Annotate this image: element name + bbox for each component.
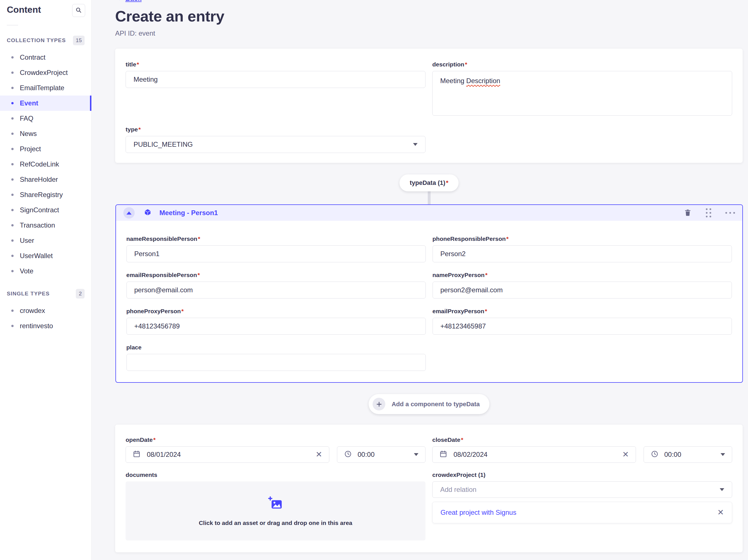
required-asterisk: * (465, 61, 467, 68)
phone-proxy-person-field: phoneProxyPerson* +48123456789 (126, 308, 426, 335)
sidebar-divider (7, 25, 18, 25)
required-asterisk: * (485, 272, 487, 278)
sidebar-item-signcontract[interactable]: SignContract (0, 202, 91, 218)
title-field: title* Meeting (125, 61, 425, 116)
component-body: nameResponsiblePerson* Person1 phoneResp… (116, 221, 742, 382)
add-asset-icon (267, 496, 283, 513)
sidebar-item-vote[interactable]: Vote (0, 264, 91, 279)
name-proxy-person-field: nameProxyPerson* person2@email.com (433, 272, 732, 298)
sidebar-item-project[interactable]: Project (0, 141, 91, 156)
sidebar-item-crowdex[interactable]: crowdex (0, 303, 91, 318)
more-options-button[interactable] (725, 212, 735, 214)
place-field: place (126, 344, 426, 371)
add-relation-select[interactable]: Add relation (432, 481, 732, 498)
drag-dots-icon (706, 208, 711, 217)
bullet-icon (11, 178, 14, 180)
bullet-icon (11, 117, 14, 120)
search-icon (75, 7, 82, 14)
sidebar-title: Content (7, 4, 41, 15)
sidebar-item-rentinvesto[interactable]: rentinvesto (0, 318, 91, 334)
email-proxy-person-field: emailProxyPerson* +48123465987 (433, 308, 732, 335)
bullet-icon (11, 148, 14, 150)
single-types-list: crowdex rentinvesto (0, 303, 91, 334)
phone-responsible-person-input[interactable]: Person2 (433, 245, 732, 262)
back-arrow-icon (115, 0, 122, 3)
sidebar-item-transaction[interactable]: Transaction (0, 218, 91, 233)
bullet-icon (11, 209, 14, 211)
bullet-icon (11, 102, 14, 104)
asset-dropzone[interactable]: Click to add an asset or drag and drop o… (125, 481, 425, 540)
required-asterisk: * (197, 272, 200, 278)
chevron-down-icon (414, 453, 418, 456)
open-date-input[interactable]: 08/01/2024 ✕ (125, 446, 329, 463)
sidebar-item-event[interactable]: Event (0, 96, 91, 111)
required-asterisk: * (138, 126, 141, 133)
drag-handle[interactable] (706, 208, 711, 217)
email-responsible-person-field: emailResponsiblePerson* person@email.com (126, 272, 426, 298)
place-input[interactable] (126, 354, 426, 371)
name-responsible-person-input[interactable]: Person1 (126, 245, 426, 262)
collection-types-count-badge: 15 (73, 35, 85, 45)
sidebar-item-userwallet[interactable]: UserWallet (0, 248, 91, 264)
remove-relation-icon[interactable]: ✕ (718, 509, 724, 516)
sidebar-item-emailtemplate[interactable]: EmailTemplate (0, 80, 91, 96)
sidebar-item-shareholder[interactable]: ShareHolder (0, 172, 91, 187)
open-date-field: openDate* 08/01/2024 ✕ (125, 436, 425, 463)
component-header: Meeting - Person1 (116, 205, 742, 221)
sidebar-item-faq[interactable]: FAQ (0, 111, 91, 126)
bullet-icon (11, 255, 14, 257)
required-asterisk: * (198, 236, 200, 242)
typedata-connector (428, 191, 430, 204)
single-types-count-badge: 2 (76, 289, 85, 298)
clear-date-icon[interactable]: ✕ (623, 451, 629, 459)
back-link[interactable]: Back (115, 0, 141, 3)
close-date-field: closeDate* 08/02/2024 ✕ (432, 436, 732, 463)
type-select[interactable]: PUBLIC_MEETING (125, 136, 425, 153)
email-proxy-person-input[interactable]: +48123465987 (433, 318, 732, 335)
delete-component-button[interactable] (684, 209, 692, 217)
bullet-icon (11, 325, 14, 327)
component-cube-icon (144, 208, 151, 217)
clear-date-icon[interactable]: ✕ (316, 451, 322, 459)
title-input[interactable]: Meeting (125, 71, 425, 88)
bullet-icon (11, 239, 14, 242)
bullet-icon (11, 310, 14, 312)
required-asterisk: * (153, 436, 156, 443)
phone-proxy-person-input[interactable]: +48123456789 (126, 318, 426, 335)
typedata-section: typeData (1)* Meeting - Person1 (115, 174, 743, 414)
relation-link[interactable]: Great project with Signus (441, 509, 516, 516)
clock-icon (344, 450, 352, 459)
bullet-icon (11, 72, 14, 74)
component-title: Meeting - Person1 (160, 209, 218, 217)
search-button[interactable] (72, 4, 85, 17)
open-time-input[interactable]: 00:00 (337, 446, 425, 463)
required-asterisk: * (507, 236, 509, 242)
name-proxy-person-input[interactable]: person2@email.com (433, 282, 732, 298)
sidebar-item-news[interactable]: News (0, 126, 91, 141)
clock-icon (651, 450, 659, 459)
required-asterisk: * (485, 308, 487, 315)
sidebar-item-refcodelink[interactable]: RefCodeLink (0, 156, 91, 172)
content-sidebar: Content COLLECTION TYPES 15 Contract Cro… (0, 0, 92, 560)
sidebar-item-crowdexproject[interactable]: CrowdexProject (0, 65, 91, 80)
misspelled-word: Description (466, 77, 500, 84)
crowdex-project-field: crowdexProject (1) Add relation Great pr… (432, 471, 732, 540)
email-responsible-person-input[interactable]: person@email.com (126, 282, 426, 298)
typedata-pill: typeData (1)* (399, 174, 458, 191)
entry-secondary-card: openDate* 08/01/2024 ✕ (115, 424, 743, 552)
typedata-component: Meeting - Person1 (115, 204, 743, 383)
entry-main-card: title* Meeting description* Meeting Desc… (115, 49, 743, 163)
collection-types-heading: COLLECTION TYPES (7, 37, 66, 44)
add-component-button[interactable]: Add a component to typeData (369, 394, 489, 414)
sidebar-item-user[interactable]: User (0, 233, 91, 248)
close-time-input[interactable]: 00:00 (644, 446, 732, 463)
chevron-down-icon (413, 143, 418, 146)
required-asterisk: * (181, 308, 184, 315)
collapse-button[interactable] (123, 207, 135, 219)
sidebar-item-shareregistry[interactable]: ShareRegistry (0, 187, 91, 202)
sidebar-item-contract[interactable]: Contract (0, 50, 91, 65)
description-textarea[interactable]: Meeting Description (432, 71, 732, 116)
bullet-icon (11, 194, 14, 196)
description-field: description* Meeting Description (432, 61, 732, 153)
close-date-input[interactable]: 08/02/2024 ✕ (432, 446, 636, 463)
